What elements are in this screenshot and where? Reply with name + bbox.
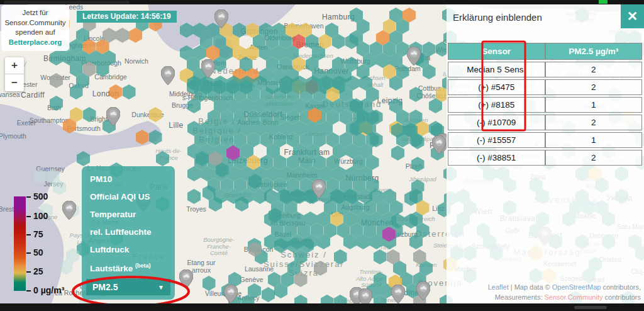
close-button[interactable]: ✕ <box>621 4 644 28</box>
table-cell: Median 5 Sens. <box>448 62 545 77</box>
menu-item-luftdruck[interactable]: Luftdruck <box>82 240 175 258</box>
map-zoom-control: + − <box>5 57 24 91</box>
window-bottom-bar <box>0 303 644 311</box>
table-cell: 1 <box>545 132 643 148</box>
legend-tick-label: 50 <box>33 247 43 257</box>
table-cell: (-) #10709 <box>448 115 545 130</box>
table-cell: 2 <box>545 62 643 77</box>
layer-dropdown-selected[interactable]: PM2.5 ▼ <box>86 279 170 295</box>
legend-tick <box>26 196 31 198</box>
table-cell: (+) #5475 <box>448 79 545 95</box>
table-row: (+) #54752 <box>448 79 642 95</box>
menu-item-official-aqi-us[interactable]: Official AQI US <box>82 188 175 205</box>
legend-tick-label: 500 <box>33 191 48 201</box>
menu-item-temperatur[interactable]: Temperatur <box>82 205 175 223</box>
last-update-badge: Letztes Update: 14:56:19 <box>77 11 177 23</box>
map-attribution: Leaflet | Map data © OpenStreetMap contr… <box>488 283 641 302</box>
zoom-in-button[interactable]: + <box>5 57 24 74</box>
legend-tick <box>26 290 31 291</box>
menu-item-pm10[interactable]: PM10 <box>82 170 175 188</box>
sensor-marker-pin[interactable] <box>161 66 175 85</box>
sensor-marker-pin[interactable] <box>179 269 193 288</box>
app-window: LeedsHullLincolnNottinghamEnglandBirming… <box>0 0 644 311</box>
sensor-marker-pin[interactable] <box>407 47 421 65</box>
table-cell: (-) #38851 <box>448 150 545 166</box>
donation-box: Jetzt für Sensor.Community spenden auf B… <box>1 5 69 51</box>
donation-line3: spenden auf <box>1 28 69 38</box>
chevron-down-icon: ▼ <box>158 284 164 291</box>
color-scale-legend: 5001007550250 µg/m³ <box>14 196 89 297</box>
sensor-marker-pin[interactable] <box>432 135 446 154</box>
sensor-marker-pin[interactable] <box>201 59 215 78</box>
sensor-marker-pin[interactable] <box>312 179 326 198</box>
table-cell: 2 <box>545 150 643 166</box>
donation-line1: Jetzt für <box>1 8 69 18</box>
beta-superscript: (beta) <box>135 263 151 269</box>
layer-menu: PM10Official AQI USTemperaturrel. Luftfe… <box>82 166 175 300</box>
table-row: (-) #107092 <box>448 115 642 130</box>
menu-item-label: Lautstärke <box>90 263 133 273</box>
menu-item-lautstaerke[interactable]: Lautstärke (beta) <box>82 258 175 277</box>
top-bar-accent <box>599 0 608 4</box>
legend-tick <box>26 271 31 273</box>
selected-layer-label: PM2.5 <box>92 282 118 292</box>
donation-line2: Sensor.Community <box>1 18 69 28</box>
close-icon: ✕ <box>627 9 638 24</box>
legend-tick <box>26 216 31 217</box>
legend-tick-label: 75 <box>33 229 43 239</box>
table-cell: 2 <box>545 79 643 95</box>
table-header: PM2.5 µg/m³ <box>545 43 643 60</box>
table-row: (-) #388512 <box>448 150 642 166</box>
table-header: Sensor <box>448 43 545 60</box>
sensor-marker-pin[interactable] <box>224 285 238 303</box>
zoom-out-button[interactable]: − <box>5 74 24 91</box>
drag-handle <box>574 306 607 309</box>
osm-link[interactable]: OpenStreetMap <box>552 283 601 291</box>
browser-tab-strip <box>4 1 130 4</box>
window-top-bar <box>0 0 644 4</box>
table-cell: (+) #8185 <box>448 97 545 113</box>
table-row: (-) #155571 <box>448 132 642 148</box>
leaflet-link[interactable]: Leaflet <box>488 283 509 291</box>
sensor-marker-pin[interactable] <box>391 285 405 303</box>
sensor-marker-pin[interactable] <box>106 107 120 126</box>
sensor-marker-pin[interactable] <box>416 281 430 300</box>
legend-tick <box>26 234 31 235</box>
legend-tick <box>26 252 31 254</box>
menu-item-rel-luftfeuchte[interactable]: rel. Luftfeuchte <box>82 223 175 240</box>
explanation-toggle[interactable]: Erklärung einblenden <box>453 12 542 23</box>
table-cell: 2 <box>545 115 643 130</box>
table-row: (+) #81851 <box>448 97 642 113</box>
explanation-panel: Erklärung einblenden ✕ SensorPM2.5 µg/m³… <box>447 4 644 303</box>
sensor-community-link[interactable]: Sensor.Community <box>545 293 603 301</box>
betterplace-link[interactable]: Betterplace.org <box>1 38 69 48</box>
sensor-marker-pin[interactable] <box>214 9 228 28</box>
legend-tick-label: 0 µg/m³ <box>33 285 64 295</box>
legend-gradient-bar <box>14 196 26 291</box>
legend-tick-label: 100 <box>33 211 48 221</box>
table-cell: (-) #15557 <box>448 132 545 148</box>
table-cell: 1 <box>545 97 643 113</box>
legend-tick-label: 25 <box>33 266 43 276</box>
sensor-table: SensorPM2.5 µg/m³ Median 5 Sens.2(+) #54… <box>448 41 642 167</box>
table-row: Median 5 Sens.2 <box>448 62 642 77</box>
